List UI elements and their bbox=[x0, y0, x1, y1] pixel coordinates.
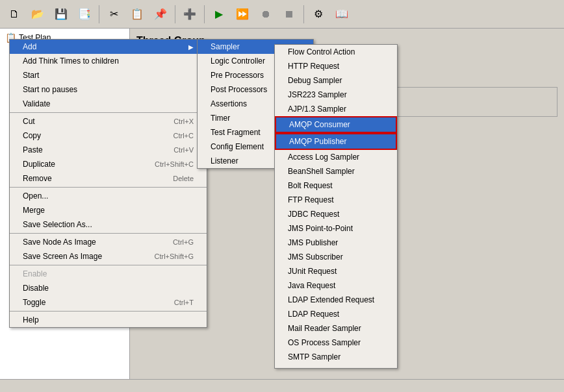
save-button[interactable]: 💾 bbox=[51, 4, 71, 25]
sampler-http-request-label: HTTP Request bbox=[288, 62, 339, 71]
menu-copy[interactable]: Copy Ctrl+C bbox=[10, 129, 207, 143]
sampler-jms-p2p[interactable]: JMS Point-to-Point bbox=[275, 221, 397, 236]
sampler-junit-label: JUnit Request bbox=[288, 267, 337, 276]
sampler-mail-reader[interactable]: Mail Reader Sampler bbox=[275, 321, 397, 336]
sampler-tcp-label: TCP Sampler bbox=[288, 367, 335, 369]
sampler-smtp[interactable]: SMTP Sampler bbox=[275, 350, 397, 364]
add-test-fragment-label: Test Fragment bbox=[211, 128, 261, 137]
sampler-ajp[interactable]: AJP/1.3 Sampler bbox=[275, 102, 397, 116]
menu-disable-label: Disable bbox=[23, 284, 49, 293]
menu-save-node-image-label: Save Node As Image bbox=[23, 238, 96, 247]
sampler-jms-p2p-label: JMS Point-to-Point bbox=[288, 224, 353, 233]
sampler-beanshell[interactable]: BeanShell Sampler bbox=[275, 164, 397, 178]
menu-save-node-image[interactable]: Save Node As Image Ctrl+G bbox=[10, 235, 207, 249]
sampler-tcp[interactable]: TCP Sampler bbox=[275, 364, 397, 369]
sampler-ldap-extended[interactable]: LDAP Extended Request bbox=[275, 293, 397, 307]
menu-paste-label: Paste bbox=[23, 145, 43, 154]
sampler-ajp-label: AJP/1.3 Sampler bbox=[288, 104, 346, 114]
sampler-jsr223-label: JSR223 Sampler bbox=[288, 90, 347, 99]
new-button[interactable]: 🗋 bbox=[4, 4, 25, 25]
sampler-ldap-extended-label: LDAP Extended Request bbox=[288, 295, 374, 304]
paste-button[interactable]: 📌 bbox=[150, 4, 171, 25]
sampler-os-process[interactable]: OS Process Sampler bbox=[275, 336, 397, 350]
menu-save-screen-shortcut: Ctrl+Shift+G bbox=[154, 252, 194, 260]
menu-enable: Enable bbox=[10, 267, 207, 281]
sampler-amqp-publisher[interactable]: AMQP Publisher bbox=[275, 133, 397, 150]
sampler-jms-subscriber-label: JMS Subscriber bbox=[288, 252, 343, 262]
sampler-jdbc[interactable]: JDBC Request bbox=[275, 207, 397, 221]
menu-add-arrow: ▶ bbox=[188, 43, 194, 51]
sampler-submenu: Flow Control Action HTTP Request Debug S… bbox=[274, 44, 398, 369]
toolbar: 🗋 📂 💾 📑 ✂ 📋 📌 ➕ ▶ ⏩ ⏺ ⏹ ⚙ 📖 bbox=[0, 0, 564, 29]
start-no-pause-button[interactable]: ⏩ bbox=[232, 4, 253, 25]
sampler-jms-subscriber[interactable]: JMS Subscriber bbox=[275, 250, 397, 264]
menu-add-label: Add bbox=[23, 42, 36, 51]
sampler-junit[interactable]: JUnit Request bbox=[275, 264, 397, 278]
expand-button[interactable]: ➕ bbox=[179, 4, 200, 25]
sampler-bolt[interactable]: Bolt Request bbox=[275, 178, 397, 193]
sampler-access-log[interactable]: Access Log Sampler bbox=[275, 150, 397, 164]
sep1 bbox=[99, 5, 99, 23]
cut-button[interactable]: ✂ bbox=[103, 4, 124, 25]
menu-copy-shortcut: Ctrl+C bbox=[173, 132, 194, 140]
menu-copy-label: Copy bbox=[23, 131, 41, 140]
sampler-amqp-publisher-label: AMQP Publisher bbox=[289, 137, 346, 146]
sampler-access-log-label: Access Log Sampler bbox=[288, 153, 359, 162]
sampler-beanshell-label: BeanShell Sampler bbox=[288, 167, 355, 176]
settings-button[interactable]: ⚙ bbox=[308, 4, 329, 25]
sep4 bbox=[303, 5, 304, 23]
stop-button[interactable]: ⏺ bbox=[255, 4, 276, 25]
sampler-debug[interactable]: Debug Sampler bbox=[275, 73, 397, 88]
sampler-http-request[interactable]: HTTP Request bbox=[275, 59, 397, 73]
menu-start[interactable]: Start bbox=[10, 68, 207, 82]
menu-add-think-times[interactable]: Add Think Times to children bbox=[10, 54, 207, 68]
menu-add[interactable]: Add ▶ bbox=[10, 40, 207, 54]
menu-remove[interactable]: Remove Delete bbox=[10, 171, 207, 186]
menu-validate[interactable]: Validate bbox=[10, 97, 207, 111]
menu-cut-label: Cut bbox=[23, 117, 35, 126]
menu-save-screen-image[interactable]: Save Screen As Image Ctrl+Shift+G bbox=[10, 249, 207, 263]
sampler-java[interactable]: Java Request bbox=[275, 278, 397, 293]
main-context-menu: Add ▶ Add Think Times to children Start … bbox=[9, 39, 207, 328]
save-template-button[interactable]: 📑 bbox=[74, 4, 95, 25]
menu-paste[interactable]: Paste Ctrl+V bbox=[10, 143, 207, 157]
menu-save-screen-image-label: Save Screen As Image bbox=[23, 252, 102, 261]
status-bar bbox=[0, 379, 564, 392]
sampler-jms-publisher[interactable]: JMS Publisher bbox=[275, 236, 397, 250]
menu-merge[interactable]: Merge bbox=[10, 203, 207, 217]
sampler-flow-control[interactable]: Flow Control Action bbox=[275, 45, 397, 59]
menu-start-no-pauses[interactable]: Start no pauses bbox=[10, 82, 207, 97]
add-assertions-label: Assertions bbox=[211, 99, 247, 108]
add-sampler-label: Sampler bbox=[211, 42, 240, 51]
menu-toggle-shortcut: Ctrl+T bbox=[174, 299, 194, 306]
menu-help[interactable]: Help bbox=[10, 313, 207, 327]
start-button[interactable]: ▶ bbox=[209, 4, 229, 25]
menu-duplicate[interactable]: Duplicate Ctrl+Shift+C bbox=[10, 157, 207, 171]
menu-toggle[interactable]: Toggle Ctrl+T bbox=[10, 295, 207, 310]
help-button[interactable]: 📖 bbox=[331, 4, 352, 25]
menu-disable[interactable]: Disable bbox=[10, 281, 207, 295]
menu-cut[interactable]: Cut Ctrl+X bbox=[10, 114, 207, 129]
shutdown-button[interactable]: ⏹ bbox=[279, 4, 300, 25]
menu-save-selection[interactable]: Save Selection As... bbox=[10, 217, 207, 232]
menu-start-no-pauses-label: Start no pauses bbox=[23, 85, 77, 94]
sampler-ldap[interactable]: LDAP Request bbox=[275, 307, 397, 321]
menu-duplicate-shortcut: Ctrl+Shift+C bbox=[155, 160, 194, 168]
copy-button[interactable]: 📋 bbox=[127, 4, 147, 25]
sampler-ftp[interactable]: FTP Request bbox=[275, 193, 397, 207]
menu-save-node-shortcut: Ctrl+G bbox=[173, 238, 194, 246]
menu-toggle-label: Toggle bbox=[23, 298, 45, 307]
menu-duplicate-label: Duplicate bbox=[23, 160, 55, 169]
sampler-bolt-label: Bolt Request bbox=[288, 181, 333, 190]
sampler-amqp-consumer-label: AMQP Consumer bbox=[289, 120, 350, 129]
sampler-amqp-consumer[interactable]: AMQP Consumer bbox=[275, 116, 397, 133]
add-logic-controller-label: Logic Controller bbox=[211, 56, 265, 66]
open-button[interactable]: 📂 bbox=[27, 4, 48, 25]
menu-open[interactable]: Open... bbox=[10, 189, 207, 203]
sampler-jsr223[interactable]: JSR223 Sampler bbox=[275, 88, 397, 102]
menu-remove-shortcut: Delete bbox=[173, 175, 194, 182]
menu-paste-shortcut: Ctrl+V bbox=[173, 146, 194, 154]
sampler-ldap-label: LDAP Request bbox=[288, 310, 339, 319]
sampler-debug-label: Debug Sampler bbox=[288, 76, 342, 85]
sampler-flow-control-label: Flow Control Action bbox=[288, 47, 355, 56]
